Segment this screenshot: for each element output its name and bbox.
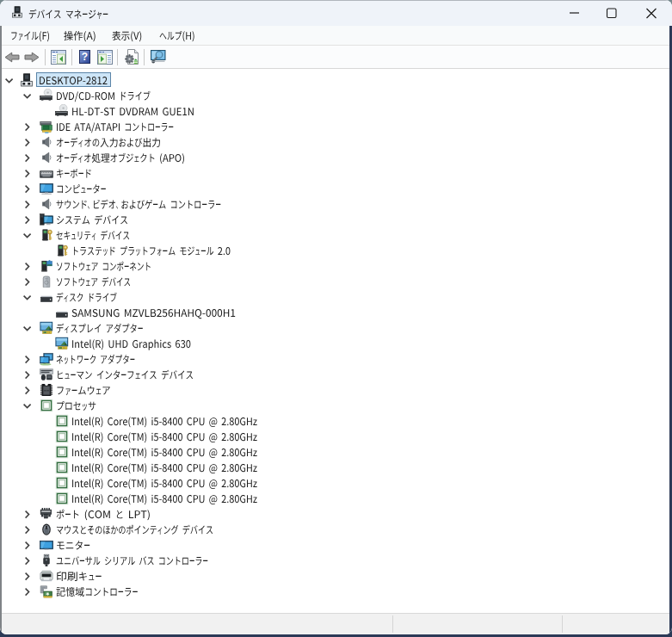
svg-text:?: ? <box>82 51 88 63</box>
